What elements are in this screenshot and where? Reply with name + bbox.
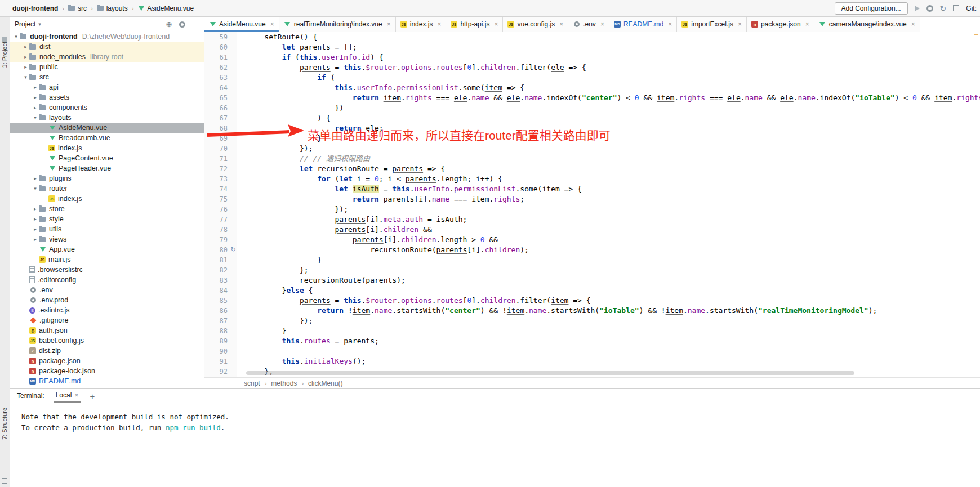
line-number[interactable]: 87 bbox=[204, 316, 237, 326]
line-number[interactable]: 62 bbox=[204, 62, 237, 73]
line-number[interactable]: 61 bbox=[204, 52, 237, 62]
chevron-icon[interactable]: ▸ bbox=[22, 54, 29, 60]
tree-item[interactable]: ▸views bbox=[10, 234, 204, 244]
gear-icon[interactable] bbox=[179, 21, 185, 28]
new-terminal-button[interactable]: + bbox=[90, 391, 95, 401]
tree-item[interactable]: ▾router bbox=[10, 184, 204, 194]
run-icon[interactable] bbox=[915, 6, 920, 11]
tree-item[interactable]: package.json bbox=[10, 356, 204, 366]
editor-tab[interactable]: realTimeMonitoring\index.vue× bbox=[279, 17, 396, 32]
chevron-icon[interactable]: ▾ bbox=[32, 115, 39, 120]
chevron-icon[interactable]: ▸ bbox=[22, 64, 29, 70]
line-number[interactable]: 84 bbox=[204, 285, 237, 296]
line-number[interactable]: 60 bbox=[204, 42, 237, 52]
editor-tab[interactable]: cameraManage\index.vue× bbox=[814, 17, 920, 32]
error-stripe-mark[interactable] bbox=[974, 34, 978, 35]
breadcrumb-item[interactable]: script bbox=[244, 379, 260, 387]
line-number[interactable]: 80↻ bbox=[204, 245, 237, 255]
editor-tab[interactable]: importExcel.js× bbox=[677, 17, 747, 32]
horizontal-scrollbar[interactable] bbox=[246, 371, 854, 375]
tree-item[interactable]: dist.zip bbox=[10, 346, 204, 356]
hide-panel-icon[interactable]: — bbox=[192, 20, 199, 29]
chevron-icon[interactable]: ▸ bbox=[32, 105, 39, 110]
tree-item[interactable]: ▸public bbox=[10, 62, 204, 72]
breadcrumb-item[interactable]: clickMenu() bbox=[308, 379, 342, 387]
project-toolwindow-button[interactable]: 1: Project bbox=[1, 42, 8, 68]
line-number[interactable]: 74 bbox=[204, 184, 237, 194]
chevron-icon[interactable]: ▸ bbox=[32, 206, 39, 212]
chevron-icon[interactable]: ▸ bbox=[32, 216, 39, 222]
line-number[interactable]: 64 bbox=[204, 83, 237, 93]
tree-item[interactable]: ▸dist bbox=[10, 42, 204, 52]
editor-tab[interactable]: http-api.js× bbox=[446, 17, 503, 32]
chevron-icon[interactable]: ▸ bbox=[32, 236, 39, 242]
close-icon[interactable]: × bbox=[738, 20, 742, 28]
tree-item[interactable]: PageContent.vue bbox=[10, 153, 204, 163]
editor-tab[interactable]: AsideMenu.vue× bbox=[204, 17, 279, 32]
close-icon[interactable]: × bbox=[911, 20, 915, 28]
breadcrumb-item[interactable]: src bbox=[68, 5, 87, 12]
tree-item[interactable]: README.md bbox=[10, 376, 204, 386]
line-number[interactable]: 59 bbox=[204, 32, 237, 42]
tree-item[interactable]: ▸assets bbox=[10, 92, 204, 102]
line-number[interactable]: 86 bbox=[204, 306, 237, 316]
line-number[interactable]: 72 bbox=[204, 164, 237, 174]
tree-item[interactable]: AsideMenu.vue bbox=[10, 123, 204, 133]
add-configuration-button[interactable]: Add Configuration... bbox=[835, 2, 908, 15]
project-view-selector[interactable]: Project ▾ bbox=[15, 20, 41, 28]
sync-icon[interactable]: ↻ bbox=[940, 5, 947, 12]
close-icon[interactable]: × bbox=[387, 20, 391, 28]
layout-icon[interactable] bbox=[953, 5, 959, 11]
tree-item[interactable]: index.js bbox=[10, 143, 204, 153]
editor-tab[interactable]: package.json× bbox=[747, 17, 814, 32]
tree-item[interactable]: ▸api bbox=[10, 82, 204, 92]
line-number[interactable]: 70 bbox=[204, 144, 237, 154]
chevron-icon[interactable]: ▸ bbox=[32, 226, 39, 232]
line-number[interactable]: 92 bbox=[204, 367, 237, 377]
line-number[interactable]: 90 bbox=[204, 346, 237, 356]
line-number[interactable]: 71 bbox=[204, 154, 237, 164]
settings-icon[interactable] bbox=[926, 5, 933, 12]
close-icon[interactable]: × bbox=[668, 20, 672, 28]
tree-item[interactable]: auth.json bbox=[10, 325, 204, 336]
tree-item[interactable]: ▸style bbox=[10, 214, 204, 224]
chevron-icon[interactable]: ▸ bbox=[32, 95, 39, 100]
line-number[interactable]: 91 bbox=[204, 356, 237, 367]
close-icon[interactable]: × bbox=[559, 20, 563, 28]
close-icon[interactable]: × bbox=[74, 391, 78, 399]
tree-item[interactable]: .editorconfig bbox=[10, 275, 204, 285]
locate-file-icon[interactable]: ⊕ bbox=[166, 20, 172, 29]
tree-item[interactable]: ▸node_moduleslibrary root bbox=[10, 52, 204, 62]
tree-item[interactable]: ▸store bbox=[10, 204, 204, 214]
editor-tab[interactable]: .env× bbox=[568, 17, 609, 32]
line-number[interactable]: 63 bbox=[204, 73, 237, 83]
corner-widget-icon[interactable] bbox=[2, 478, 7, 484]
line-number[interactable]: 75 bbox=[204, 194, 237, 204]
tree-item[interactable]: index.js bbox=[10, 194, 204, 204]
line-number[interactable]: 78 bbox=[204, 225, 237, 235]
tree-item[interactable]: .gitignore bbox=[10, 315, 204, 325]
line-number[interactable]: 66 bbox=[204, 103, 237, 113]
tree-item[interactable]: Breadcrumb.vue bbox=[10, 133, 204, 143]
code-editor[interactable]: 5960616263646566676869707172737475767778… bbox=[204, 32, 980, 377]
line-number[interactable]: 85 bbox=[204, 296, 237, 306]
git-label[interactable]: Git: bbox=[966, 5, 977, 12]
tree-item[interactable]: ▾duoji-frontendD:\zheheWeb\duoji-fronten… bbox=[10, 32, 204, 42]
tree-item[interactable]: ▾layouts bbox=[10, 113, 204, 123]
structure-toolwindow-button[interactable]: 7: Structure bbox=[1, 408, 8, 440]
chevron-icon[interactable]: ▾ bbox=[22, 74, 29, 80]
breadcrumb-item[interactable]: methods bbox=[271, 379, 297, 387]
close-icon[interactable]: × bbox=[805, 20, 809, 28]
line-number[interactable]: 83 bbox=[204, 275, 237, 285]
tree-item[interactable]: .browserslistrc bbox=[10, 265, 204, 275]
breadcrumb-item[interactable]: duoji-frontend bbox=[12, 5, 58, 12]
tree-item[interactable]: .env.prod bbox=[10, 295, 204, 305]
line-number[interactable]: 77 bbox=[204, 215, 237, 225]
line-number[interactable]: 76 bbox=[204, 204, 237, 215]
chevron-icon[interactable]: ▾ bbox=[12, 34, 20, 39]
line-number[interactable]: 81 bbox=[204, 255, 237, 265]
chevron-icon[interactable]: ▸ bbox=[32, 176, 39, 181]
chevron-icon[interactable]: ▸ bbox=[32, 84, 39, 90]
tree-item[interactable]: ▸components bbox=[10, 102, 204, 113]
line-number[interactable]: 82 bbox=[204, 265, 237, 275]
